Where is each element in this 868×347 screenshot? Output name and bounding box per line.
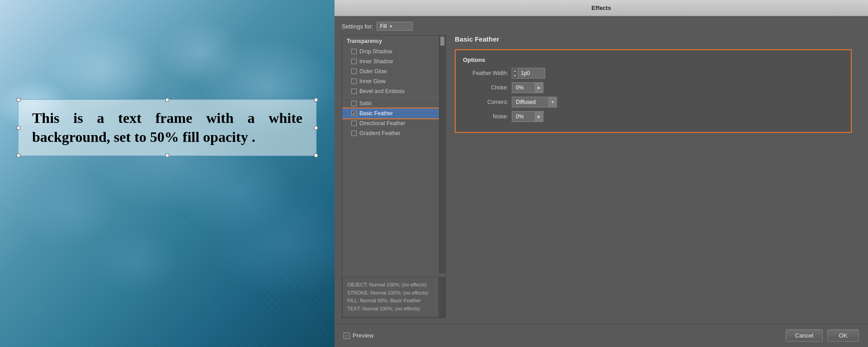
status-text-line: TEXT: Normal 100%; (no effects) (347, 305, 440, 313)
satin-label: Satin (359, 100, 372, 107)
effects-item-gradient-feather[interactable]: Gradient Feather (342, 128, 439, 138)
choke-label: Choke: (463, 84, 508, 91)
corners-select[interactable]: Diffused ▼ (512, 97, 557, 108)
basic-feather-label: Basic Feather (359, 110, 393, 117)
feather-width-row: Feather Width: ▲ ▼ (463, 68, 844, 79)
feather-width-input[interactable] (518, 68, 545, 79)
noise-arrow-icon[interactable]: ▶ (535, 112, 543, 122)
effects-list-scrollbar[interactable] (439, 36, 445, 273)
settings-dropdown-value: Fill (380, 23, 387, 29)
settings-row: Settings for: Fill ▼ (342, 22, 861, 31)
ok-button[interactable]: OK (827, 329, 859, 342)
dialog-main: Transparency Drop Shadow Inner Shadow (342, 35, 861, 318)
options-panel: Basic Feather Options Feather Width: ▲ ▼ (446, 35, 861, 318)
feather-width-label: Feather Width: (463, 70, 508, 76)
main-panel-title: Basic Feather (455, 35, 852, 43)
feather-width-up-icon[interactable]: ▲ (512, 68, 518, 73)
bevel-emboss-label: Bevel and Emboss (359, 88, 405, 94)
selection-handle-br (314, 154, 318, 157)
effects-item-directional-feather[interactable]: Directional Feather (342, 118, 439, 128)
inner-shadow-label: Inner Shadow (359, 58, 393, 65)
corners-row: Corners: Diffused ▼ (463, 97, 844, 108)
dialog-panel: Effects Settings for: Fill ▼ Transparenc… (335, 0, 868, 347)
effects-transparency-header: Transparency (342, 36, 439, 47)
noise-label: Noise: (463, 113, 508, 120)
feather-width-down-icon[interactable]: ▼ (512, 73, 518, 78)
selection-handle-tr (314, 98, 318, 102)
dialog-footer: ✓ Preview Cancel OK (335, 324, 868, 347)
directional-feather-label: Directional Feather (359, 120, 405, 127)
preview-checkbox[interactable]: ✓ (344, 333, 350, 339)
effects-item-inner-glow[interactable]: Inner Glow (342, 76, 439, 86)
cancel-button[interactable]: Cancel (786, 329, 823, 342)
effects-list-container: Transparency Drop Shadow Inner Shadow (342, 36, 445, 273)
scrollbar-thumb[interactable] (440, 37, 444, 46)
text-frame-content: This is a text frame with a white backgr… (32, 109, 302, 146)
drop-shadow-label: Drop Shadow (359, 48, 392, 55)
selection-handle-tl (17, 98, 20, 102)
satin-checkbox[interactable] (351, 101, 357, 106)
inner-shadow-checkbox[interactable] (351, 59, 357, 64)
dialog-title: Effects (591, 5, 611, 11)
settings-dropdown-arrow-icon: ▼ (389, 24, 393, 29)
directional-feather-checkbox[interactable] (351, 121, 357, 126)
selection-handle-tm (165, 98, 169, 102)
effects-item-satin[interactable]: Satin (342, 97, 439, 108)
preview-checkbox-group[interactable]: ✓ Preview (344, 332, 373, 339)
preview-label: Preview (353, 332, 373, 339)
text-frame: This is a text frame with a white backgr… (18, 99, 316, 156)
gradient-feather-label: Gradient Feather (359, 130, 401, 136)
noise-input-group: 0% ▶ (512, 111, 543, 122)
settings-for-label: Settings for: (342, 23, 373, 30)
effects-item-basic-feather[interactable]: ✓ Basic Feather (342, 108, 439, 118)
options-box-title: Options (463, 56, 844, 63)
choke-arrow-icon[interactable]: ▶ (535, 83, 543, 93)
effects-item-drop-shadow[interactable]: Drop Shadow (342, 47, 439, 56)
frost-overlay (0, 0, 335, 347)
outer-glow-label: Outer Glow (359, 68, 387, 75)
dialog-titlebar: Effects (335, 0, 868, 16)
inner-glow-label: Inner Glow (359, 78, 386, 84)
corners-value: Diffused (512, 98, 548, 106)
selection-handle-ml (17, 126, 20, 130)
effects-item-bevel-emboss[interactable]: Bevel and Emboss (342, 86, 439, 96)
selection-handle-bl (17, 154, 20, 157)
gradient-feather-checkbox[interactable] (351, 131, 357, 136)
dialog-body: Settings for: Fill ▼ Transparency Dro (335, 16, 868, 324)
choke-value: 0% (512, 84, 535, 92)
footer-buttons: Cancel OK (786, 329, 859, 342)
basic-feather-checkbox[interactable]: ✓ (351, 111, 357, 116)
background-panel: This is a text frame with a white backgr… (0, 0, 335, 347)
drop-shadow-checkbox[interactable] (351, 49, 357, 54)
effects-item-inner-shadow[interactable]: Inner Shadow (342, 56, 439, 66)
feather-width-input-group: ▲ ▼ (512, 68, 545, 79)
selection-handle-mr (314, 126, 318, 130)
effects-items-wrapper: Transparency Drop Shadow Inner Shadow (342, 36, 439, 273)
inner-glow-checkbox[interactable] (351, 79, 357, 84)
noise-value: 0% (512, 113, 535, 121)
choke-row: Choke: 0% ▶ (463, 82, 844, 93)
settings-dropdown[interactable]: Fill ▼ (377, 22, 413, 31)
feather-width-spinner[interactable]: ▲ ▼ (512, 68, 518, 79)
corners-dropdown-arrow-icon[interactable]: ▼ (548, 97, 557, 107)
status-fill-line: FILL: Normal 50%; Basic Feather (347, 297, 440, 305)
status-bar: OBJECT: Normal 100%; (no effects) STROKE… (342, 277, 445, 318)
effects-list-panel: Transparency Drop Shadow Inner Shadow (342, 35, 446, 318)
status-scrollbar[interactable] (439, 277, 445, 317)
bevel-emboss-checkbox[interactable] (351, 89, 357, 94)
noise-row: Noise: 0% ▶ (463, 111, 844, 122)
status-object-line: OBJECT: Normal 100%; (no effects) (347, 281, 440, 289)
choke-input-group: 0% ▶ (512, 82, 543, 93)
corners-label: Corners: (463, 99, 508, 105)
effects-item-outer-glow[interactable]: Outer Glow (342, 66, 439, 76)
status-stroke-line: STROKE: Normal 100%; (no effects) (347, 289, 440, 297)
selection-handle-bm (165, 154, 169, 157)
outer-glow-checkbox[interactable] (351, 69, 357, 74)
options-box: Options Feather Width: ▲ ▼ (455, 49, 852, 133)
